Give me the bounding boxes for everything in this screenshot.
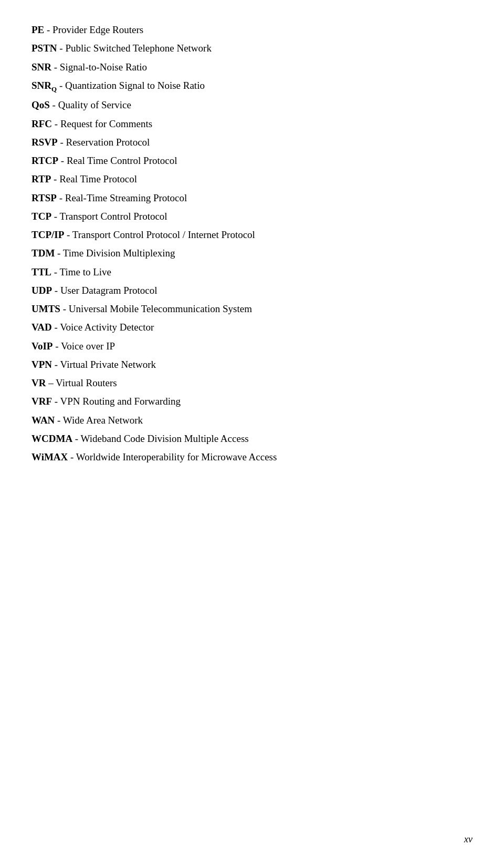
def-umts: - Universal Mobile Telecommunication Sys… [60,303,252,314]
def-rtp: - Real Time Protocol [51,173,137,184]
def-vpn: - Virtual Private Network [52,359,156,370]
term-rsvp: RSVP [32,137,58,148]
list-item: UDP - User Datagram Protocol [32,282,472,299]
def-wcdma: - Wideband Code Division Multiple Access [72,433,249,444]
list-item: WCDMA - Wideband Code Division Multiple … [32,430,472,447]
term-ttl: TTL [32,266,51,277]
list-item: RTSP - Real-Time Streaming Protocol [32,189,472,207]
list-item: SNR - Signal-to-Noise Ratio [32,58,472,76]
list-item: QoS - Quality of Service [32,96,472,114]
def-pe: - Provider Edge Routers [44,24,143,35]
list-item: PSTN - Public Switched Telephone Network [32,39,472,57]
term-wan: WAN [32,415,55,426]
def-snr: - Signal-to-Noise Ratio [51,61,147,73]
def-snrq: - Quantization Signal to Noise Ratio [57,80,205,91]
list-item: VR – Virtual Routers [32,374,472,391]
list-item: PE - Provider Edge Routers [32,21,472,38]
term-vad: VAD [32,322,52,333]
term-pe: PE [32,24,44,35]
term-rfc: RFC [32,118,52,129]
term-snr: SNR [32,61,51,73]
list-item: VPN - Virtual Private Network [32,356,472,373]
list-item: TTL - Time to Live [32,263,472,281]
term-voip: VoIP [32,341,52,352]
def-vrf: - VPN Routing and Forwarding [52,396,181,407]
list-item: RTP - Real Time Protocol [32,170,472,188]
def-pstn: - Public Switched Telephone Network [57,43,212,54]
def-qos: - Quality of Service [50,99,131,110]
def-rsvp: - Reservation Protocol [58,137,150,148]
def-rtsp: - Real-Time Streaming Protocol [57,192,187,203]
list-item: TDM - Time Division Multiplexing [32,244,472,262]
term-vr: VR [32,377,46,388]
def-tcpip: - Transport Control Protocol / Internet … [64,229,255,240]
term-vrf: VRF [32,396,52,407]
term-umts: UMTS [32,303,60,314]
list-item: VRF - VPN Routing and Forwarding [32,393,472,410]
def-vad: - Voice Activity Detector [52,322,154,333]
term-pstn: PSTN [32,43,57,54]
term-wcdma: WCDMA [32,433,72,444]
list-item: RFC - Request for Comments [32,115,472,132]
def-wimax: - Worldwide Interoperability for Microwa… [68,451,277,462]
list-item: VoIP - Voice over IP [32,337,472,355]
sub-q: Q [51,85,57,93]
page-number: xv [464,834,472,845]
def-udp: - User Datagram Protocol [52,285,158,296]
term-udp: UDP [32,285,52,296]
term-tcpip: TCP/IP [32,229,64,240]
list-item: TCP/IP - Transport Control Protocol / In… [32,226,472,243]
term-rtp: RTP [32,173,51,184]
def-tdm: - Time Division Multiplexing [55,248,175,259]
term-tcp: TCP [32,211,51,222]
term-tdm: TDM [32,248,55,259]
def-voip: - Voice over IP [52,341,115,352]
def-wan: - Wide Area Network [55,415,143,426]
def-vr: – Virtual Routers [46,377,117,388]
def-rfc: - Request for Comments [52,118,152,129]
list-item: VAD - Voice Activity Detector [32,318,472,336]
def-ttl: - Time to Live [51,266,111,277]
glossary-list: PE - Provider Edge Routers PSTN - Public… [32,21,472,466]
list-item: SNRQ - Quantization Signal to Noise Rati… [32,77,472,96]
def-rtcp: - Real Time Control Protocol [58,155,177,166]
list-item: WAN - Wide Area Network [32,411,472,429]
list-item: UMTS - Universal Mobile Telecommunicatio… [32,300,472,317]
term-wimax: WiMAX [32,451,68,462]
def-tcp: - Transport Control Protocol [51,211,167,222]
list-item: TCP - Transport Control Protocol [32,208,472,225]
term-snrq: SNRQ [32,80,57,91]
term-rtsp: RTSP [32,192,57,203]
list-item: RSVP - Reservation Protocol [32,133,472,151]
term-rtcp: RTCP [32,155,58,166]
list-item: RTCP - Real Time Control Protocol [32,152,472,169]
term-qos: QoS [32,99,50,110]
term-vpn: VPN [32,359,52,370]
list-item: WiMAX - Worldwide Interoperability for M… [32,448,472,466]
